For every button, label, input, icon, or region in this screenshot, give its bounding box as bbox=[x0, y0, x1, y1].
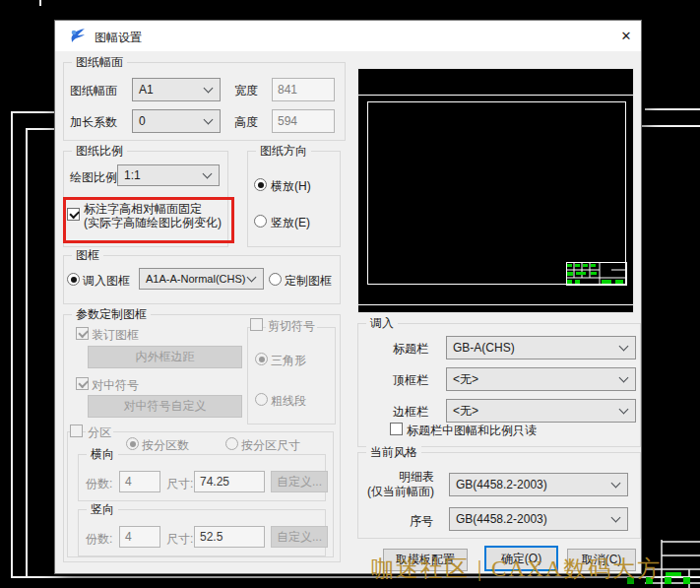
v-count-field: 4 bbox=[119, 526, 160, 548]
chevron-down-icon bbox=[611, 513, 621, 523]
height-field: 594 bbox=[272, 109, 335, 133]
close-icon[interactable]: ✕ bbox=[617, 28, 635, 45]
preview-titleblock bbox=[566, 262, 627, 286]
centering-custom-button-label: 对中符号自定义 bbox=[124, 398, 207, 415]
triangle-radio-label: 三角形 bbox=[271, 354, 306, 367]
v-custom-button-label: 自定义... bbox=[277, 529, 322, 546]
titleblock-readonly-checkbox[interactable] bbox=[390, 423, 403, 435]
by-zone-size-radio bbox=[225, 437, 238, 450]
horizontal-radio[interactable] bbox=[254, 178, 267, 191]
current-style-group-title: 当前风格 bbox=[366, 445, 421, 460]
dialog-titlebar: 图幅设置 ✕ bbox=[55, 21, 641, 51]
h-size-value: 74.25 bbox=[200, 475, 229, 489]
backdrop-frame-line bbox=[645, 108, 700, 110]
load-frame-radio[interactable] bbox=[67, 273, 80, 286]
backdrop-frame-line bbox=[39, 0, 41, 6]
sidebar-select-value: <无> bbox=[453, 403, 478, 420]
fixed-text-height-label-line1: 标注字高相对幅面固定 bbox=[84, 202, 202, 216]
height-value: 594 bbox=[278, 114, 297, 128]
draw-scale-value: 1:1 bbox=[124, 168, 141, 182]
h-size-label: 尺寸: bbox=[166, 477, 193, 490]
backdrop-frame-line bbox=[11, 111, 13, 578]
centering-symbol-label: 对中符号 bbox=[92, 378, 139, 392]
chevron-down-icon bbox=[247, 273, 257, 283]
by-zone-count-label: 按分区数 bbox=[142, 438, 189, 452]
vertical-radio-label: 竖放(E) bbox=[271, 216, 310, 229]
lengthen-factor-select[interactable]: 0 bbox=[132, 109, 221, 133]
margin-button-label: 内外框边距 bbox=[136, 349, 195, 365]
binding-frame-checkbox bbox=[76, 327, 89, 340]
frame-select[interactable]: A1A-A-Normal(CHS) bbox=[139, 268, 264, 290]
v-count-label: 份数: bbox=[86, 532, 112, 546]
preview-inner-frame bbox=[367, 101, 626, 285]
width-label: 宽度 bbox=[234, 84, 258, 98]
chevron-down-icon bbox=[619, 405, 629, 415]
h-custom-button-label: 自定义... bbox=[277, 474, 322, 490]
orientation-group-title: 图纸方向 bbox=[256, 144, 311, 159]
backdrop-frame-line bbox=[640, 125, 700, 127]
backdrop-frame-line bbox=[11, 111, 54, 113]
load-group-title: 调入 bbox=[366, 316, 398, 331]
sidebar-select[interactable]: <无> bbox=[446, 399, 636, 423]
zone-label: 分区 bbox=[86, 425, 113, 439]
margin-button: 内外框边距 bbox=[88, 346, 242, 368]
custom-frame-label: 定制图框 bbox=[285, 274, 332, 288]
horizontal-radio-label: 横放(H) bbox=[271, 179, 311, 193]
width-value: 841 bbox=[278, 83, 297, 97]
fixed-text-height-checkbox[interactable] bbox=[67, 208, 80, 221]
chevron-down-icon bbox=[203, 169, 213, 179]
chevron-down-icon bbox=[611, 479, 621, 489]
cut-symbol-checkbox bbox=[250, 318, 263, 331]
chevron-down-icon bbox=[619, 373, 629, 383]
vertical-radio[interactable] bbox=[254, 215, 267, 228]
sidebar-select-label: 边框栏 bbox=[393, 405, 428, 419]
thick-line-radio-label: 粗线段 bbox=[271, 394, 306, 408]
serial-label: 序号 bbox=[410, 514, 433, 528]
cut-symbol-box bbox=[247, 327, 336, 425]
orientation-group: 图纸方向 bbox=[247, 151, 341, 247]
detail-table-label-line2: (仅当前幅面) bbox=[367, 485, 434, 498]
serial-select[interactable]: GB(4458.2-2003) bbox=[449, 507, 628, 531]
height-label: 高度 bbox=[234, 115, 258, 129]
v-size-field: 52.5 bbox=[194, 526, 265, 548]
by-zone-count-radio bbox=[126, 437, 139, 450]
titlebar-select[interactable]: GB-A(CHS) bbox=[446, 336, 636, 359]
custom-frame-radio[interactable] bbox=[269, 273, 282, 286]
backdrop-frame-line bbox=[26, 128, 28, 578]
paper-size-label: 图纸幅面 bbox=[70, 84, 117, 98]
horizontal-zone-title: 横向 bbox=[87, 447, 118, 462]
paper-size-group-title: 图纸幅面 bbox=[72, 55, 127, 70]
chevron-down-icon bbox=[204, 84, 214, 94]
width-field: 841 bbox=[272, 78, 335, 101]
h-count-label: 份数: bbox=[86, 477, 112, 490]
load-frame-label: 调入图框 bbox=[83, 274, 130, 288]
draw-scale-label: 绘图比例 bbox=[70, 170, 117, 184]
frame-value: A1A-A-Normal(CHS) bbox=[146, 273, 245, 285]
backdrop-frame-line bbox=[26, 128, 54, 130]
thick-line-radio bbox=[255, 393, 268, 406]
serial-select-value: GB(4458.2-2003) bbox=[456, 512, 547, 526]
titlebar-select-value: GB-A(CHS) bbox=[453, 341, 515, 355]
titleblock-readonly-label: 标题栏中图幅和比例只读 bbox=[407, 424, 537, 437]
v-size-value: 52.5 bbox=[200, 530, 223, 544]
draw-scale-select[interactable]: 1:1 bbox=[117, 164, 220, 186]
lengthen-factor-value: 0 bbox=[139, 114, 146, 128]
paper-size-select[interactable]: A1 bbox=[132, 78, 221, 101]
frame-group-title: 图框 bbox=[72, 248, 103, 263]
detail-table-select[interactable]: GB(4458.2-2003) bbox=[449, 473, 628, 496]
topbar-select-value: <无> bbox=[453, 371, 478, 388]
chevron-down-icon bbox=[204, 115, 214, 125]
centering-symbol-checkbox bbox=[76, 377, 89, 390]
h-count-field: 4 bbox=[119, 471, 160, 492]
topbar-select[interactable]: <无> bbox=[446, 367, 636, 391]
v-custom-button: 自定义... bbox=[271, 526, 328, 548]
chevron-down-icon bbox=[619, 342, 629, 352]
h-count-value: 4 bbox=[125, 475, 132, 489]
by-zone-size-label: 按分区尺寸 bbox=[241, 438, 300, 452]
vertical-zone-title: 竖向 bbox=[87, 502, 118, 517]
dialog-title: 图幅设置 bbox=[95, 30, 142, 46]
zone-checkbox bbox=[70, 425, 83, 437]
topbar-select-label: 顶框栏 bbox=[393, 373, 428, 387]
paper-size-value: A1 bbox=[139, 83, 154, 97]
binding-frame-label: 装订图框 bbox=[92, 328, 139, 342]
